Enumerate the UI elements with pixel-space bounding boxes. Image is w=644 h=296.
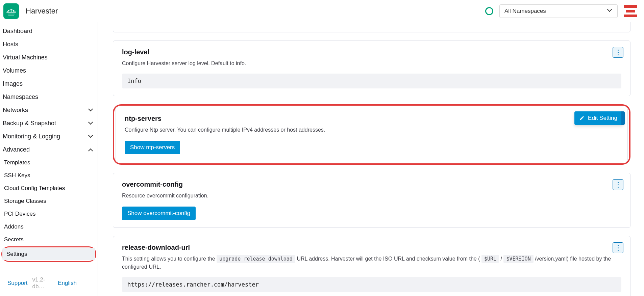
sidebar-item-hosts[interactable]: Hosts — [0, 38, 98, 51]
sidebar-item-images[interactable]: Images — [0, 78, 98, 90]
sidebar-item-addons[interactable]: Addons — [0, 221, 98, 233]
setting-name: overcommit-config — [122, 181, 621, 188]
app-title: Harvester — [26, 7, 58, 16]
setting-value: https://releases.rancher.com/harvester — [122, 277, 621, 292]
setting-actions-menu[interactable] — [613, 242, 623, 253]
namespace-selected-label: All Namespaces — [504, 8, 546, 15]
support-link[interactable]: Support — [7, 280, 28, 287]
setting-description: Resource overcommit configuration. — [122, 192, 621, 200]
sidebar-item-monitoring-logging[interactable]: Monitoring & Logging — [0, 130, 98, 143]
sidebar-item-secrets[interactable]: Secrets — [0, 234, 98, 246]
more-vertical-icon — [618, 244, 619, 251]
inline-code: $VERSION — [503, 255, 533, 263]
setting-name: release-download-url — [122, 244, 621, 251]
chevron-up-icon — [89, 148, 93, 152]
sidebar: Dashboard Hosts Virtual Machines Volumes… — [0, 22, 98, 296]
sidebar-item-settings[interactable]: Settings — [2, 248, 95, 260]
sidebar-item-advanced[interactable]: Advanced — [0, 143, 98, 156]
sidebar-item-storage-classes[interactable]: Storage Classes — [0, 195, 98, 207]
show-overcommit-config-button[interactable]: Show overcommit-config — [122, 207, 196, 220]
sidebar-item-ssh-keys[interactable]: SSH Keys — [0, 169, 98, 182]
inline-code: $URL — [481, 255, 499, 263]
sidebar-item-volumes[interactable]: Volumes — [0, 64, 98, 77]
inline-code: upgrade release download — [217, 255, 295, 263]
edit-setting-label: Edit Setting — [588, 115, 617, 122]
sidebar-item-cloud-config-templates[interactable]: Cloud Config Templates — [0, 182, 98, 194]
app-header: Harvester All Namespaces — [0, 0, 644, 22]
language-selector[interactable]: English — [58, 280, 77, 287]
more-vertical-icon — [618, 49, 619, 56]
setting-name: log-level — [122, 48, 621, 56]
main-content: log-level Configure Harvester server log… — [98, 22, 644, 296]
app-logo[interactable] — [3, 3, 19, 19]
setting-card-ntp-servers: Edit Setting ntp-servers Configure Ntp s… — [116, 107, 628, 162]
chevron-down-icon — [89, 122, 93, 126]
edit-setting-button[interactable]: Edit Setting — [574, 111, 623, 125]
setting-card-partial — [113, 22, 630, 32]
version-label: v1.2-db… — [32, 276, 53, 290]
namespace-selector[interactable]: All Namespaces — [499, 4, 618, 18]
chevron-down-icon — [89, 135, 93, 139]
harvester-logo-icon — [5, 5, 17, 17]
setting-card-log-level: log-level Configure Harvester server log… — [113, 41, 630, 96]
setting-card-release-download-url: release-download-url This setting allows… — [113, 236, 630, 296]
setting-description: This setting allows you to configure the… — [122, 255, 621, 271]
chevron-down-icon — [89, 108, 93, 112]
sidebar-item-pci-devices[interactable]: PCI Devices — [0, 208, 98, 220]
sidebar-item-backup-snapshot[interactable]: Backup & Snapshot — [0, 117, 98, 130]
cluster-status-indicator[interactable] — [485, 7, 493, 15]
setting-actions-menu[interactable] — [613, 47, 623, 58]
setting-card-ntp-servers-highlight: Edit Setting ntp-servers Configure Ntp s… — [113, 104, 630, 165]
setting-name: ntp-servers — [125, 115, 619, 123]
user-menu-icon[interactable] — [624, 4, 637, 18]
sidebar-item-settings-highlight: Settings — [1, 246, 96, 262]
sidebar-item-templates[interactable]: Templates — [0, 157, 98, 169]
setting-value: Info — [122, 74, 621, 88]
sidebar-footer: Support v1.2-db… English — [0, 272, 98, 296]
pencil-icon — [579, 115, 585, 121]
sidebar-item-virtual-machines[interactable]: Virtual Machines — [0, 51, 98, 64]
setting-description: Configure Ntp server. You can configure … — [125, 126, 619, 134]
sidebar-item-namespaces[interactable]: Namespaces — [0, 91, 98, 103]
sidebar-item-dashboard[interactable]: Dashboard — [0, 25, 98, 37]
sidebar-item-networks[interactable]: Networks — [0, 104, 98, 116]
setting-description: Configure Harvester server log level. De… — [122, 59, 621, 68]
show-ntp-servers-button[interactable]: Show ntp-servers — [125, 141, 180, 154]
setting-card-overcommit-config: overcommit-config Resource overcommit co… — [113, 173, 630, 228]
setting-actions-menu[interactable] — [613, 179, 623, 190]
chevron-down-icon — [608, 9, 613, 14]
more-vertical-icon — [618, 181, 619, 188]
